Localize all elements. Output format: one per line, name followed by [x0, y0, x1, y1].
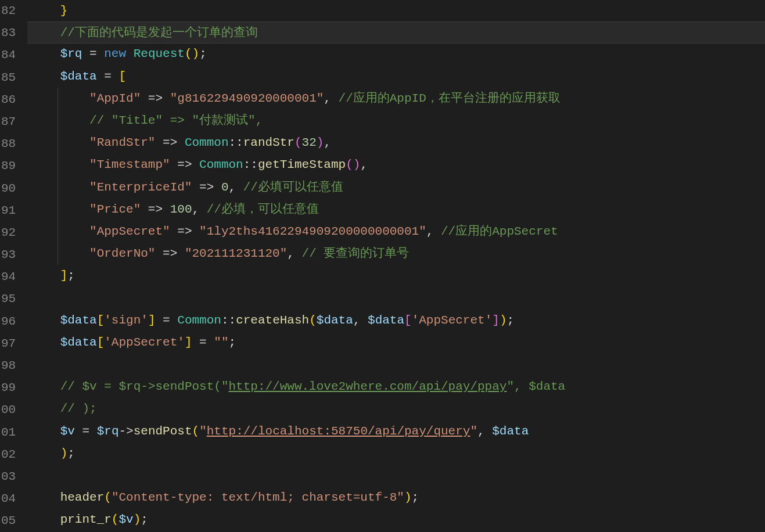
class-name: Common [199, 158, 243, 171]
string-value: "g816229490920000001" [170, 92, 324, 105]
line-number: 98 [1, 355, 16, 377]
function-name: sendPost [134, 425, 192, 438]
arrow: => [155, 136, 184, 149]
brace-close: } [60, 4, 68, 17]
comment: // $v = $rq->sendPost("http://www.love2w… [60, 380, 566, 393]
bracket-open: [ [118, 70, 126, 83]
variable: $rq [97, 425, 119, 438]
paren-close: ) [134, 513, 141, 526]
line-number: 95 [1, 288, 16, 310]
code-line[interactable]: $data = [ [31, 66, 765, 88]
paren-close: ) [500, 314, 507, 327]
code-editor[interactable]: 82 83 84 85 86 87 88 89 90 91 92 93 94 9… [0, 0, 765, 532]
code-line[interactable] [31, 287, 765, 309]
semicolon: ; [412, 491, 419, 504]
function-name: randStr [243, 136, 294, 149]
string-key: "AppSecret" [89, 225, 170, 238]
code-line[interactable]: $data['sign'] = Common::createHash($data… [31, 310, 765, 332]
comment: //必填，可以任意值 [207, 203, 319, 216]
code-line[interactable]: $v = $rq->sendPost("http://localhost:587… [31, 420, 765, 443]
line-number: 82 [1, 0, 16, 22]
line-number: 89 [1, 155, 16, 177]
code-line[interactable]: "Price" => 100, //必填，可以任意值 [31, 199, 765, 221]
arrow: => [170, 225, 199, 238]
arrow: => [155, 247, 184, 260]
bracket-close: ] [60, 269, 68, 282]
double-colon: :: [229, 136, 243, 149]
space [126, 47, 134, 60]
code-line[interactable]: "EnterpriceId" => 0, //必填可以任意值 [31, 177, 765, 199]
code-line[interactable]: // "Title" => "付款测试", [31, 110, 765, 132]
line-number: 91 [1, 200, 16, 222]
arrow: => [170, 158, 199, 171]
operator: = [97, 70, 119, 83]
code-line[interactable]: // $v = $rq->sendPost("http://www.love2w… [31, 376, 765, 398]
code-line[interactable]: ); [31, 443, 765, 465]
code-line[interactable]: "OrderNo" => "202111231120", // 要查询的订单号 [31, 243, 765, 265]
arrow: => [141, 203, 170, 216]
comment: //应用的AppID，在平台注册的应用获取 [339, 92, 561, 105]
url-in-string: http://localhost:58750/api/pay/query [207, 425, 471, 438]
paren-close: ) [192, 47, 200, 60]
variable: $data [492, 425, 529, 438]
variable: $v [60, 425, 75, 438]
comma: , [353, 314, 368, 327]
semicolon: ; [229, 336, 236, 349]
code-line[interactable]: "RandStr" => Common::randStr(32), [31, 132, 765, 154]
line-number: 86 [1, 89, 16, 111]
code-line[interactable]: $data['AppSecret'] = ""; [31, 332, 765, 354]
variable: $v [118, 513, 133, 526]
comma: , [229, 181, 243, 194]
class-name: Common [185, 136, 229, 149]
paren-open: ( [309, 314, 317, 327]
semicolon: ; [507, 314, 515, 327]
code-line[interactable]: // ); [31, 398, 765, 420]
operator: = [75, 425, 97, 438]
variable: $data [317, 314, 353, 327]
line-number: 83 [1, 22, 16, 44]
semicolon: ; [199, 47, 207, 60]
operator: = [192, 336, 214, 349]
line-number: 96 [1, 311, 16, 333]
string-key: "RandStr" [89, 136, 155, 149]
double-colon: :: [221, 314, 236, 327]
code-line-current[interactable]: //下面的代码是发起一个订单的查询 [27, 21, 765, 44]
string-value: "1ly2ths4162294909200000000001" [199, 225, 426, 238]
line-number: 92 [1, 222, 16, 244]
line-number: 93 [1, 244, 16, 266]
paren-open: ( [294, 136, 302, 149]
code-line[interactable]: } [31, 0, 765, 22]
string-key: 'sign' [104, 314, 148, 327]
code-line[interactable] [31, 465, 765, 487]
semicolon: ; [141, 513, 148, 526]
code-line[interactable]: print_r($v); [31, 509, 765, 531]
line-number: 87 [1, 111, 16, 133]
line-number: 01 [1, 422, 16, 444]
code-line[interactable]: "AppId" => "g816229490920000001", //应用的A… [31, 88, 765, 110]
line-number: 04 [1, 488, 16, 510]
function-name: header [60, 491, 105, 504]
variable: $data [60, 314, 97, 327]
code-line[interactable]: "AppSecret" => "1ly2ths41622949092000000… [31, 221, 765, 243]
code-line[interactable]: "Timestamp" => Common::getTimeStamp(), [31, 154, 765, 176]
code-line[interactable]: $rq = new Request(); [31, 43, 765, 65]
string-value: "http://localhost:58750/api/pay/query" [199, 425, 477, 438]
comma: , [426, 225, 441, 238]
bracket-close: ] [185, 336, 192, 349]
variable: $data [60, 336, 97, 349]
paren-open: ( [185, 47, 192, 60]
paren-close: ) [404, 491, 412, 504]
comma: , [324, 92, 338, 105]
code-line[interactable]: ]; [31, 265, 765, 287]
string-key: "Price" [89, 203, 141, 216]
code-line[interactable]: header("Content-type: text/html; charset… [31, 487, 765, 509]
function-name: createHash [236, 314, 309, 327]
keyword: new [104, 47, 126, 60]
code-line[interactable] [31, 354, 765, 376]
bracket-close: ] [492, 314, 500, 327]
comment: // ); [60, 402, 97, 415]
comment: // "Title" => "付款测试", [89, 114, 263, 127]
string-key: "Timestamp" [89, 158, 170, 171]
semicolon: ; [67, 447, 75, 460]
code-area[interactable]: } //下面的代码是发起一个订单的查询 $rq = new Request();… [27, 0, 765, 532]
